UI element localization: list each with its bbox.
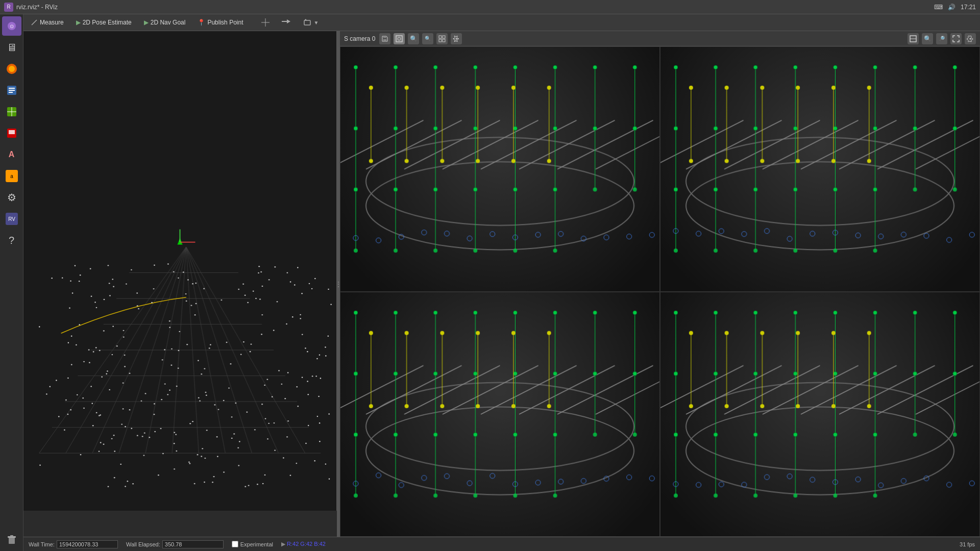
svg-text:a: a	[10, 173, 13, 179]
cam-zoom-in[interactable]: 🔍	[408, 33, 419, 44]
statusbar: Wall Time: Wall Elapsed: Experimental ▶ …	[23, 537, 980, 551]
camera-panel-tl[interactable]	[340, 46, 660, 291]
cam-save-icon[interactable]	[379, 33, 390, 44]
titlebar-title: rviz.rviz* - RViz	[16, 4, 58, 11]
camera-panel-bl[interactable]	[340, 292, 660, 537]
minus-tool[interactable]	[279, 18, 294, 27]
audio-icon: 🔊	[948, 4, 955, 11]
nav-goal-tool[interactable]: ▶ 2D Nav Goal	[141, 18, 189, 27]
camera-titlebar: S camera 0 🔍 🔍	[340, 31, 980, 46]
cam-fit[interactable]	[436, 33, 448, 44]
sidebar-item-text-editor[interactable]	[2, 81, 21, 100]
svg-rect-31	[439, 36, 442, 38]
sidebar-item-spreadsheet[interactable]	[2, 102, 21, 121]
svg-rect-17	[9, 537, 15, 544]
wall-elapsed-input[interactable]	[162, 540, 224, 548]
sidebar-item-launcher[interactable]: ⊙	[2, 16, 21, 36]
svg-rect-12	[9, 130, 15, 134]
sidebar: ⊙ 🖥 A a ⚙ RV ?	[0, 14, 23, 551]
wall-elapsed-label: Wall Elapsed:	[126, 541, 160, 547]
cam-r-zoom1[interactable]: 🔍	[922, 33, 933, 44]
sidebar-item-amazon[interactable]: a	[2, 166, 21, 186]
experimental-label: Experimental	[240, 541, 273, 547]
content-area: Measure ▶ 2D Pose Estimate ▶ 2D Nav Goal…	[23, 14, 980, 551]
svg-marker-24	[287, 19, 290, 23]
main-container: ⊙ 🖥 A a ⚙ RV ? M	[0, 14, 980, 551]
svg-point-38	[970, 38, 971, 39]
publish-point-tool[interactable]: 📍 Publish Point	[194, 18, 246, 27]
svg-rect-27	[383, 39, 386, 41]
experimental-item: Experimental	[232, 541, 273, 547]
svg-text:⊙: ⊙	[10, 23, 14, 29]
clock: 17:21	[961, 4, 976, 11]
grid-canvas	[23, 31, 336, 511]
3d-viewport[interactable]	[23, 31, 337, 511]
camera-panels	[340, 46, 980, 537]
sidebar-item-writer[interactable]: A	[2, 145, 21, 164]
cam-settings[interactable]	[451, 33, 462, 44]
svg-rect-5	[9, 88, 15, 89]
svg-rect-28	[383, 36, 386, 38]
svg-line-20	[32, 20, 37, 25]
color-indicator: ▶ R:42 G:42 B:42	[281, 541, 326, 547]
cam-r-icon1[interactable]	[908, 33, 919, 44]
camera-viewport: S camera 0 🔍 🔍	[340, 31, 980, 537]
svg-point-35	[456, 38, 457, 39]
pane-area: S camera 0 🔍 🔍	[23, 31, 980, 537]
measure-tool[interactable]: Measure	[28, 18, 67, 27]
svg-marker-26	[304, 19, 307, 20]
svg-text:RV: RV	[8, 216, 15, 222]
svg-rect-6	[9, 90, 15, 91]
cam-icon-2[interactable]	[394, 33, 405, 44]
camera-title: S camera 0	[344, 35, 375, 42]
svg-rect-29	[396, 36, 402, 42]
cam-r-zoom2[interactable]: 🔎	[936, 33, 947, 44]
sidebar-item-firefox[interactable]	[2, 59, 21, 79]
svg-rect-32	[443, 36, 445, 38]
svg-rect-23	[282, 21, 287, 22]
titlebar: R rviz.rviz* - RViz ⌨ 🔊 17:21	[0, 0, 980, 14]
wall-time-input[interactable]	[57, 540, 118, 548]
cam-r-settings[interactable]	[965, 33, 976, 44]
sidebar-item-display[interactable]: 🖥	[2, 38, 21, 57]
titlebar-controls: ⌨ 🔊 17:21	[934, 4, 976, 11]
svg-rect-25	[304, 20, 310, 25]
sidebar-item-trash[interactable]	[2, 530, 21, 549]
toolbar: Measure ▶ 2D Pose Estimate ▶ 2D Nav Goal…	[23, 14, 980, 31]
wall-time-item: Wall Time:	[29, 540, 118, 548]
svg-point-30	[398, 37, 401, 40]
cam-r-fit[interactable]	[950, 33, 962, 44]
wall-time-label: Wall Time:	[29, 541, 55, 547]
experimental-checkbox[interactable]	[232, 541, 238, 547]
sidebar-item-help[interactable]: ?	[2, 231, 21, 250]
cam-zoom-out[interactable]: 🔍	[422, 33, 433, 44]
camera-view-tool[interactable]: ▼	[300, 18, 322, 27]
pose-estimate-tool[interactable]: ▶ 2D Pose Estimate	[73, 18, 135, 27]
crosshair-tool[interactable]	[258, 17, 273, 28]
camera-toolbar: 🔍 🔍	[379, 33, 462, 44]
sidebar-item-tools[interactable]: ⚙	[2, 188, 21, 207]
sidebar-item-rviz[interactable]: RV	[2, 209, 21, 229]
camera-panel-tr[interactable]	[660, 46, 980, 291]
svg-rect-34	[443, 39, 445, 42]
svg-point-3	[9, 66, 15, 72]
keyboard-icon: ⌨	[934, 4, 943, 11]
svg-rect-7	[9, 92, 13, 93]
svg-rect-33	[439, 39, 442, 42]
sidebar-item-presentation[interactable]	[2, 123, 21, 143]
wall-elapsed-item: Wall Elapsed:	[126, 540, 224, 548]
svg-rect-19	[10, 535, 13, 537]
titlebar-app-icon: R	[4, 3, 13, 12]
camera-toolbar-right: 🔍 🔎	[908, 33, 976, 44]
camera-panel-br[interactable]	[660, 292, 980, 537]
fps-display: 31 fps	[960, 541, 975, 547]
